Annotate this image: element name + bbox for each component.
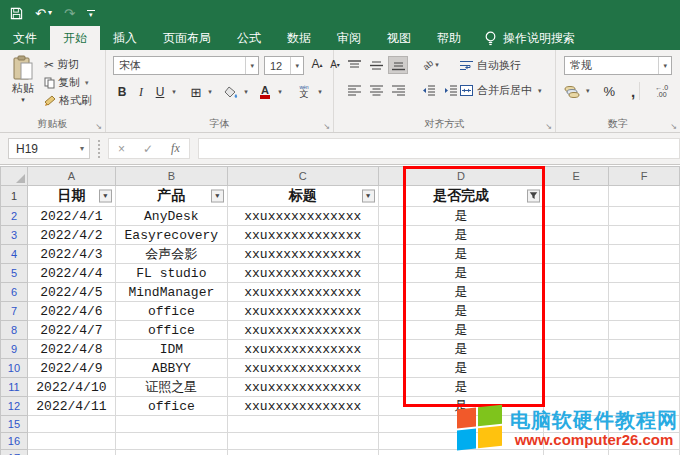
cell-empty[interactable] bbox=[227, 450, 378, 455]
number-dialog-launcher[interactable]: ↘ bbox=[670, 122, 677, 131]
italic-button[interactable]: I bbox=[133, 82, 149, 102]
cell-date[interactable]: 2022/4/4 bbox=[27, 264, 115, 283]
paste-button[interactable]: 粘贴 ▾ bbox=[6, 55, 40, 104]
cell-title[interactable]: xxuxxxxxxxxxxxx bbox=[227, 226, 378, 245]
cell-empty[interactable] bbox=[609, 264, 680, 283]
filter-dropdown-title[interactable]: ▼ bbox=[362, 190, 375, 203]
tab-审阅[interactable]: 审阅 bbox=[324, 26, 374, 50]
row-number[interactable]: 16 bbox=[1, 433, 28, 450]
cell-empty[interactable] bbox=[609, 186, 680, 207]
cell-empty[interactable] bbox=[544, 450, 609, 455]
cell-empty[interactable] bbox=[609, 207, 680, 226]
cancel-button[interactable]: × bbox=[109, 142, 134, 156]
cell-empty[interactable] bbox=[544, 207, 609, 226]
increase-decimal-button[interactable]: ←.0.00 bbox=[655, 84, 668, 98]
cell-title[interactable]: xxuxxxxxxxxxxxx bbox=[227, 264, 378, 283]
cell-empty[interactable] bbox=[544, 186, 609, 207]
cut-button[interactable]: ✂ 剪切 bbox=[44, 57, 79, 72]
row-number[interactable]: 5 bbox=[1, 264, 28, 283]
number-format-combo[interactable]: 常规 ▾ bbox=[564, 56, 672, 75]
column-header-e[interactable]: E bbox=[544, 167, 609, 186]
cell-empty[interactable] bbox=[27, 433, 115, 450]
cell-product[interactable]: MindManager bbox=[115, 283, 227, 302]
bold-button[interactable]: B bbox=[114, 82, 130, 102]
comma-style-button[interactable]: , bbox=[631, 83, 635, 100]
accounting-dropdown-icon[interactable]: ▾ bbox=[586, 87, 590, 95]
increase-font-size-button[interactable]: A▴ bbox=[308, 54, 326, 74]
cell-empty[interactable] bbox=[609, 378, 680, 397]
undo-button[interactable]: ↶▾ bbox=[35, 7, 52, 20]
cell-empty[interactable] bbox=[227, 416, 378, 433]
tab-公式[interactable]: 公式 bbox=[224, 26, 274, 50]
cell-title[interactable]: xxuxxxxxxxxxxxx bbox=[227, 302, 378, 321]
cell-product[interactable]: 证照之星 bbox=[115, 378, 227, 397]
fill-color-button[interactable] bbox=[222, 82, 240, 102]
font-name-combo[interactable]: 宋体 ▾ bbox=[113, 56, 259, 75]
align-right-button[interactable] bbox=[388, 81, 408, 99]
row-number[interactable]: 11 bbox=[1, 378, 28, 397]
cell-date[interactable]: 2022/4/6 bbox=[27, 302, 115, 321]
formula-bar-resize-handle[interactable] bbox=[98, 140, 100, 158]
tab-帮助[interactable]: 帮助 bbox=[424, 26, 474, 50]
cell-title[interactable]: xxuxxxxxxxxxxxx bbox=[227, 321, 378, 340]
align-bottom-button[interactable] bbox=[388, 56, 408, 74]
save-icon[interactable] bbox=[10, 7, 23, 20]
copy-button[interactable]: 复制 ▾ bbox=[44, 75, 89, 90]
cell-title[interactable]: xxuxxxxxxxxxxxx bbox=[227, 397, 378, 416]
row-number[interactable]: 15 bbox=[1, 416, 28, 433]
column-header-b[interactable]: B bbox=[115, 167, 227, 186]
select-all-button[interactable] bbox=[1, 167, 28, 186]
column-header-f[interactable]: F bbox=[609, 167, 680, 186]
cell-title[interactable]: xxuxxxxxxxxxxxx bbox=[227, 245, 378, 264]
cell-title[interactable]: xxuxxxxxxxxxxxx bbox=[227, 207, 378, 226]
cell-product[interactable]: office bbox=[115, 321, 227, 340]
enter-button[interactable]: ✓ bbox=[134, 142, 162, 156]
cell-empty[interactable] bbox=[544, 302, 609, 321]
cell-empty[interactable] bbox=[544, 340, 609, 359]
row-number[interactable]: 6 bbox=[1, 283, 28, 302]
cell-empty[interactable] bbox=[609, 340, 680, 359]
cell-empty[interactable] bbox=[544, 359, 609, 378]
accounting-format-button[interactable] bbox=[564, 84, 580, 98]
cell-date[interactable]: 2022/4/1 bbox=[27, 207, 115, 226]
cell-empty[interactable] bbox=[544, 245, 609, 264]
cell-empty[interactable] bbox=[609, 302, 680, 321]
cell-date[interactable]: 2022/4/3 bbox=[27, 245, 115, 264]
cell-date[interactable]: 2022/4/10 bbox=[27, 378, 115, 397]
font-color-dropdown-icon[interactable]: ▾ bbox=[274, 82, 284, 102]
tell-me-search[interactable]: 操作说明搜索 bbox=[474, 26, 585, 50]
clipboard-dialog-launcher[interactable]: ↘ bbox=[95, 122, 102, 131]
insert-function-button[interactable]: fx bbox=[162, 141, 189, 156]
tab-数据[interactable]: 数据 bbox=[274, 26, 324, 50]
cell-empty[interactable] bbox=[544, 321, 609, 340]
cell-empty[interactable] bbox=[609, 321, 680, 340]
name-box-dropdown-icon[interactable]: ▾ bbox=[75, 144, 89, 153]
cell-empty[interactable] bbox=[544, 226, 609, 245]
header-cell-product[interactable]: 产品 ▼ bbox=[115, 186, 227, 207]
cell-product[interactable]: office bbox=[115, 397, 227, 416]
cell-product[interactable]: IDM bbox=[115, 340, 227, 359]
merge-center-dropdown-icon[interactable]: ▾ bbox=[538, 87, 542, 95]
wrap-text-button[interactable]: 自动换行 bbox=[460, 58, 521, 73]
borders-button[interactable]: ⊞ bbox=[188, 82, 204, 102]
font-size-dropdown-icon[interactable]: ▾ bbox=[290, 57, 303, 74]
cell-product[interactable]: FL studio bbox=[115, 264, 227, 283]
percent-style-button[interactable]: % bbox=[604, 84, 616, 99]
cell-empty[interactable] bbox=[609, 226, 680, 245]
font-color-button[interactable]: A bbox=[256, 82, 274, 102]
orientation-button[interactable]: ab▾ bbox=[418, 56, 444, 74]
tab-页面布局[interactable]: 页面布局 bbox=[150, 26, 224, 50]
filter-dropdown-product[interactable]: ▼ bbox=[211, 190, 224, 203]
cell-date[interactable]: 2022/4/9 bbox=[27, 359, 115, 378]
header-cell-title[interactable]: 标题 ▼ bbox=[227, 186, 378, 207]
header-cell-date[interactable]: 日期 ▼ bbox=[27, 186, 115, 207]
decrease-indent-button[interactable] bbox=[418, 81, 438, 99]
cell-empty[interactable] bbox=[609, 359, 680, 378]
align-top-button[interactable] bbox=[344, 56, 364, 74]
cell-date[interactable]: 2022/4/11 bbox=[27, 397, 115, 416]
tab-file[interactable]: 文件 bbox=[0, 26, 50, 50]
row-number[interactable]: 10 bbox=[1, 359, 28, 378]
tab-视图[interactable]: 视图 bbox=[374, 26, 424, 50]
paste-dropdown-icon[interactable]: ▾ bbox=[6, 96, 40, 104]
cell-product[interactable]: ABBYY bbox=[115, 359, 227, 378]
